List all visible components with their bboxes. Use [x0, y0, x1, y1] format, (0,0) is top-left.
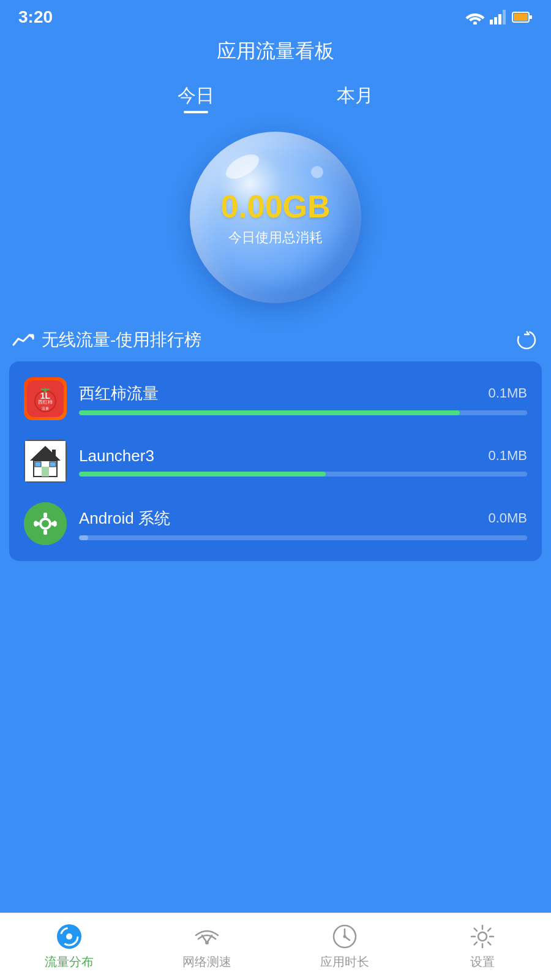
progress-fill-tomato [79, 410, 460, 415]
app-item-tomato[interactable]: 西红柿 流量 1L 西红柿流量 0.1MB [9, 368, 542, 430]
tomato-svg: 西红柿 流量 1L [27, 380, 64, 417]
traffic-nav-icon [56, 923, 83, 950]
app-info-android: Android 系统 0.0MB [79, 508, 527, 540]
tabs-container: 今日 本月 [0, 83, 551, 113]
android-svg [24, 502, 67, 545]
svg-text:1L: 1L [40, 391, 51, 401]
app-icon-launcher [24, 440, 67, 483]
nav-icon-apptime [331, 923, 358, 950]
wifi-icon [465, 10, 485, 24]
app-item-android[interactable]: Android 系统 0.0MB [9, 492, 542, 555]
page-title: 应用流量看板 [0, 38, 551, 65]
svg-line-50 [474, 942, 476, 944]
svg-point-41 [343, 935, 346, 938]
app-list-card: 西红柿 流量 1L 西红柿流量 0.1MB [9, 361, 542, 561]
section-title: 无线流量-使用排行榜 [12, 328, 201, 352]
svg-point-37 [205, 941, 209, 944]
tab-month[interactable]: 本月 [337, 83, 373, 113]
apptime-nav-icon [331, 923, 358, 950]
svg-point-0 [473, 21, 477, 24]
speedtest-nav-icon [193, 923, 220, 950]
svg-rect-7 [514, 13, 528, 21]
svg-rect-21 [50, 462, 56, 467]
progress-bg-tomato [79, 410, 527, 415]
svg-line-47 [474, 929, 476, 931]
bubble-label: 今日使用总消耗 [228, 228, 323, 247]
svg-rect-20 [35, 462, 41, 467]
chart-icon [12, 331, 34, 349]
status-time: 3:20 [18, 7, 53, 27]
progress-fill-launcher [79, 472, 326, 477]
svg-point-42 [478, 932, 487, 941]
svg-rect-19 [42, 467, 49, 477]
svg-rect-27 [43, 530, 47, 535]
app-info-launcher: Launcher3 0.1MB [79, 447, 527, 477]
nav-item-traffic[interactable]: 流量分布 [0, 923, 138, 970]
refresh-icon [515, 329, 538, 351]
nav-icon-settings [469, 923, 496, 950]
nav-item-speedtest[interactable]: 网络测速 [138, 923, 276, 970]
app-name-launcher: Launcher3 [79, 447, 154, 466]
usage-bubble-container: 0.00GB 今日使用总消耗 [0, 132, 551, 303]
svg-rect-3 [498, 14, 501, 24]
nav-item-apptime[interactable]: 应用时长 [276, 923, 413, 970]
app-name-android: Android 系统 [79, 508, 170, 529]
settings-nav-icon [469, 923, 496, 950]
refresh-button[interactable] [514, 328, 539, 352]
bottom-nav: 流量分布 网络测速 应用时长 [0, 913, 551, 980]
svg-text:流量: 流量 [42, 406, 49, 410]
svg-line-48 [488, 942, 490, 944]
nav-label-speedtest: 网络测速 [182, 954, 231, 970]
tab-today[interactable]: 今日 [178, 83, 214, 113]
app-usage-tomato: 0.1MB [488, 385, 527, 401]
progress-bg-launcher [79, 472, 527, 477]
app-name-tomato: 西红柿流量 [79, 383, 159, 404]
app-icon-android [24, 502, 67, 545]
svg-rect-26 [43, 513, 47, 518]
app-item-launcher[interactable]: Launcher3 0.1MB [9, 430, 542, 492]
app-usage-android: 0.0MB [488, 510, 527, 526]
svg-point-36 [66, 933, 72, 940]
svg-line-49 [488, 929, 490, 931]
status-bar: 3:20 [0, 0, 551, 32]
app-info-tomato: 西红柿流量 0.1MB [79, 383, 527, 415]
svg-rect-2 [494, 17, 497, 24]
usage-bubble: 0.00GB 今日使用总消耗 [190, 132, 361, 303]
svg-point-25 [42, 520, 49, 527]
section-header: 无线流量-使用排行榜 [0, 328, 551, 352]
status-icons [465, 10, 533, 24]
progress-bg-android [79, 535, 527, 540]
nav-item-settings[interactable]: 设置 [413, 923, 551, 970]
nav-label-apptime: 应用时长 [320, 954, 369, 970]
app-icon-tomato: 西红柿 流量 1L [24, 377, 67, 420]
app-usage-launcher: 0.1MB [488, 448, 527, 464]
launcher-svg [25, 441, 66, 481]
nav-label-traffic: 流量分布 [45, 954, 94, 970]
nav-icon-traffic [56, 923, 83, 950]
svg-rect-1 [490, 20, 493, 24]
svg-rect-4 [503, 10, 506, 24]
progress-fill-android [79, 535, 88, 540]
svg-rect-22 [52, 450, 56, 458]
nav-icon-speedtest [193, 923, 220, 950]
battery-icon [512, 11, 533, 23]
bubble-value: 0.00GB [220, 188, 330, 225]
nav-label-settings: 设置 [470, 954, 495, 970]
signal-icon [490, 10, 507, 24]
svg-rect-6 [530, 15, 532, 19]
